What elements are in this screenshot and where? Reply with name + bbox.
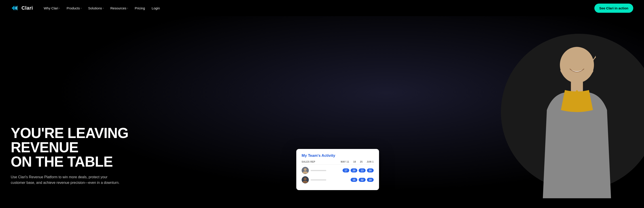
nav-item-products[interactable]: Products › bbox=[64, 4, 84, 12]
chevron-icon: › bbox=[127, 7, 128, 10]
col-dates: MAY 11 18 25 JUN 1 bbox=[341, 160, 374, 163]
person-svg bbox=[519, 16, 635, 208]
chevron-icon: › bbox=[59, 7, 60, 10]
nav-item-login[interactable]: Login bbox=[149, 4, 162, 12]
nav-item-pricing[interactable]: Pricing bbox=[132, 4, 148, 12]
svg-point-15 bbox=[576, 90, 578, 92]
nav-links: Why Clari › Products › Solutions › Resou… bbox=[41, 4, 162, 12]
logo[interactable]: Clari bbox=[11, 4, 33, 12]
nav-item-solutions[interactable]: Solutions › bbox=[86, 4, 106, 12]
headline-line-2: ON THE TABLE bbox=[11, 154, 113, 170]
headline-line-1: YOU'RE LEAVING REVENUE bbox=[11, 125, 128, 156]
col-sales-rep: SALES REP bbox=[302, 160, 322, 163]
hero-headline: YOU'RE LEAVING REVENUE ON THE TABLE bbox=[11, 126, 146, 169]
activity-pills: 15 32 18 bbox=[350, 178, 374, 182]
rep-bar bbox=[310, 179, 326, 180]
avatar bbox=[302, 176, 309, 184]
date-col-3: 25 bbox=[360, 160, 363, 163]
svg-point-6 bbox=[592, 57, 604, 75]
pill: 17 bbox=[342, 168, 349, 172]
pill: 18 bbox=[367, 178, 374, 182]
activity-pills: 17 20 13 20 bbox=[342, 168, 374, 172]
svg-point-14 bbox=[575, 86, 578, 90]
activity-card: My Team's Activity SALES REP MAY 11 18 2… bbox=[296, 149, 379, 190]
nav-item-why-clari[interactable]: Why Clari › bbox=[41, 4, 62, 12]
nav-left: Clari Why Clari › Products › Solutions › bbox=[11, 4, 162, 12]
table-row: 17 20 13 20 bbox=[302, 167, 374, 174]
svg-point-12 bbox=[560, 47, 594, 83]
logo-text: Clari bbox=[22, 5, 33, 11]
rep-bar bbox=[310, 170, 326, 171]
svg-point-17 bbox=[304, 178, 306, 180]
card-title: My Team's Activity bbox=[302, 154, 374, 158]
chevron-icon: › bbox=[81, 7, 82, 10]
pill: 15 bbox=[350, 178, 357, 182]
pill: 20 bbox=[350, 168, 357, 172]
nav-item-resources[interactable]: Resources › bbox=[108, 4, 130, 12]
chevron-icon: › bbox=[103, 7, 104, 10]
date-col-1: MAY 11 bbox=[341, 160, 349, 163]
cta-button[interactable]: See Clari in action bbox=[594, 4, 633, 13]
activity-table-header: SALES REP MAY 11 18 25 JUN 1 bbox=[302, 160, 374, 164]
logo-icon bbox=[11, 4, 19, 12]
navigation: Clari Why Clari › Products › Solutions › bbox=[0, 0, 644, 16]
pill: 13 bbox=[359, 168, 366, 172]
pill: 32 bbox=[359, 178, 366, 182]
table-row: 15 32 18 bbox=[302, 176, 374, 184]
date-col-2: 18 bbox=[353, 160, 356, 163]
hero-content: YOU'RE LEAVING REVENUE ON THE TABLE Use … bbox=[0, 126, 156, 208]
pill: 20 bbox=[367, 168, 374, 172]
avatar bbox=[302, 167, 309, 174]
hero-subtext: Use Clari's Revenue Platform to win more… bbox=[11, 174, 122, 186]
svg-point-16 bbox=[304, 168, 306, 171]
hero-section: My Team's Activity SALES REP MAY 11 18 2… bbox=[0, 16, 644, 208]
date-col-4: JUN 1 bbox=[367, 160, 374, 163]
